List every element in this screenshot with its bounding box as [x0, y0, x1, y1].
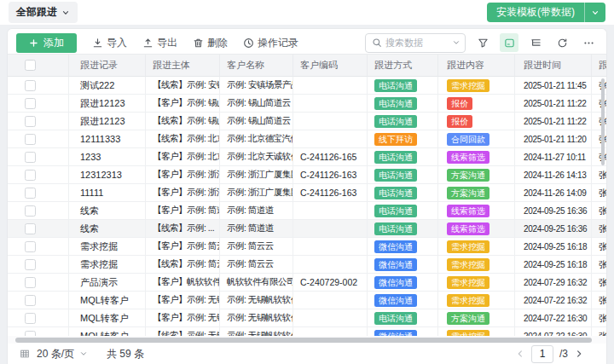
refresh-button[interactable] [553, 33, 571, 52]
pagination-right-group: /3 [515, 345, 584, 363]
row-checkbox[interactable] [25, 134, 36, 145]
column-header-content[interactable]: 跟进内容 [438, 55, 515, 77]
row-checkbox[interactable] [25, 98, 36, 109]
toolbar-left-group: 添加 导入 导出 删除 [16, 33, 298, 53]
code-cell [293, 292, 368, 309]
table-row[interactable]: 线索【线索】示例: ...示例: 简道道电话沟通线索筛选2024-09-25 1… [8, 220, 606, 238]
trash-icon [193, 38, 204, 49]
row-select-cell [8, 238, 69, 256]
import-icon [92, 38, 103, 49]
row-select-cell [8, 95, 69, 113]
subject-cell: 【线索】示例: 简云... [146, 256, 220, 274]
method-cell: 微信沟通 [368, 292, 438, 309]
install-template-button[interactable]: 安装模板(带数据) [487, 3, 605, 22]
grid-icon[interactable] [20, 349, 30, 359]
row-select-cell [8, 309, 69, 327]
status-tag: 电话沟通 [374, 187, 417, 199]
table-row[interactable]: MQL转客户【客户】示例: 无锡...示例: 无锡帆软软件电话沟通方案沟通202… [8, 309, 606, 327]
operation-history-button[interactable]: 操作记录 [243, 36, 298, 50]
vertical-scrollbar[interactable] [601, 78, 605, 165]
search-input[interactable] [385, 38, 449, 48]
page-number-input[interactable] [531, 345, 553, 363]
code-cell [293, 130, 368, 148]
table-row[interactable]: 测试222【线索】示例: 安镇...示例: 安镇场景产品...电话沟通需求挖掘2… [8, 77, 606, 95]
row-checkbox[interactable] [25, 80, 36, 91]
row-checkbox[interactable] [25, 241, 36, 252]
method-cell: 微信沟通 [368, 274, 438, 292]
table-row[interactable]: 11111【客户】示例: 浙江...示例: 浙江广厦集团C-241126-163… [8, 184, 606, 202]
view-selector[interactable]: 全部跟进 [9, 2, 78, 23]
add-button[interactable]: 添加 [16, 33, 77, 53]
column-header-customer[interactable]: 客户名称 [220, 55, 293, 77]
column-header-record[interactable]: 跟进记录 [69, 55, 146, 77]
method-cell: 电话沟通 [368, 184, 438, 202]
more-icon [583, 38, 594, 49]
row-checkbox[interactable] [25, 116, 36, 127]
table-row[interactable]: 12312313【客户】示例: 浙江...示例: 浙江广厦集团C-241126-… [8, 166, 606, 184]
delete-button[interactable]: 删除 [193, 36, 228, 50]
subject-cell: 【线索】示例: 北京... [146, 130, 220, 148]
tree-view-button[interactable] [526, 33, 545, 52]
column-header-code[interactable]: 客户编码 [293, 55, 368, 77]
row-checkbox[interactable] [25, 259, 36, 270]
table-row[interactable]: 需求挖掘【客户】示例: 简云...示例: 简云云微信沟通需求挖掘2024-09-… [8, 238, 606, 256]
column-header-owner[interactable]: 跟进人 [592, 55, 606, 77]
customer-cell: 示例: 简云云 [220, 256, 293, 274]
customer-cell: 示例: 无锡帆软软件 [220, 292, 293, 309]
filter-button[interactable] [473, 33, 492, 52]
table-row[interactable]: 跟进12123【客户】示例: 锡山...示例: 锡山简道云电话沟通报价2025-… [8, 95, 606, 113]
table-row[interactable]: 产品演示【客户】帆软软件有...帆软软件有限公司C-240729-002微信沟通… [8, 274, 606, 292]
table-row[interactable]: 需求挖掘【线索】示例: 简云...示例: 简云云微信沟通需求挖掘2024-09-… [8, 256, 606, 274]
table-row[interactable]: 跟进12123【线索】示例: 锡山...示例: 锡山简道云电话沟通报价2025-… [8, 113, 606, 130]
content-cell: 需求挖掘 [438, 77, 515, 95]
table-row[interactable]: 线索【客户】示例: 简道...示例: 简道道电话沟通线索筛选2024-09-25… [8, 202, 606, 220]
search-field-chevron-icon[interactable] [452, 38, 460, 47]
search-box[interactable] [365, 33, 466, 53]
table-row[interactable]: MQL转客户【线索】示例: 无锡...示例: 无锡帆软软件微信沟通需求挖掘202… [8, 327, 606, 336]
status-tag: 合同回款 [447, 133, 489, 146]
import-button[interactable]: 导入 [92, 36, 127, 50]
prev-page-button[interactable] [515, 349, 525, 359]
status-tag: 微信沟通 [374, 258, 417, 271]
content-cell: 需求挖掘 [438, 274, 515, 292]
table-row[interactable]: 1233【客户】示例: 北京...示例: 北京天诚软件...C-241126-1… [8, 148, 606, 166]
code-cell: C-241126-163 [293, 166, 368, 184]
content-cell: 需求挖掘 [438, 238, 515, 256]
row-checkbox[interactable] [25, 170, 36, 181]
display-settings-button[interactable] [500, 33, 518, 52]
install-template-caret[interactable] [584, 3, 605, 22]
table-body: 测试222【线索】示例: 安镇...示例: 安镇场景产品...电话沟通需求挖掘2… [8, 77, 606, 336]
table-row[interactable]: MQL转客户【客户】示例: 无锡...示例: 无锡帆软软件微信沟通需求挖掘202… [8, 292, 606, 309]
table-row[interactable]: 12111333【线索】示例: 北京...示例: 北京德宝汽修线下拜访合同回款2… [8, 130, 606, 148]
row-checkbox[interactable] [25, 331, 36, 337]
row-checkbox[interactable] [25, 277, 36, 288]
next-page-button[interactable] [574, 349, 584, 359]
row-checkbox[interactable] [25, 295, 36, 306]
owner-cell: 张三 [592, 220, 606, 238]
export-button[interactable]: 导出 [142, 36, 177, 50]
row-checkbox[interactable] [25, 188, 36, 199]
content-cell: 合同回款 [438, 130, 515, 148]
more-button[interactable] [579, 33, 598, 52]
row-checkbox[interactable] [25, 205, 36, 217]
row-select-cell [8, 184, 69, 202]
row-select-cell [8, 202, 69, 220]
row-checkbox[interactable] [25, 313, 36, 324]
select-all-checkbox[interactable] [25, 60, 36, 71]
status-tag: 线索筛选 [447, 222, 489, 235]
column-header-time[interactable]: 跟进时间 [515, 55, 592, 77]
customer-cell: 示例: 无锡帆软软件 [220, 327, 293, 336]
time-cell: 2024-09-25 16:18 [515, 256, 592, 274]
page-size-selector[interactable]: 20 条/页 [37, 347, 88, 361]
column-header-method[interactable]: 跟进方式 [368, 55, 438, 77]
column-header-subject[interactable]: 跟进主体 [146, 55, 220, 77]
subject-cell: 【客户】示例: 浙江... [146, 166, 220, 184]
customer-cell: 示例: 锡山简道云 [220, 113, 293, 130]
horizontal-scrollbar[interactable] [15, 338, 592, 343]
time-cell: 2024-07-22 16:30 [515, 309, 592, 327]
status-tag: 微信沟通 [374, 276, 417, 289]
row-checkbox[interactable] [25, 223, 36, 234]
code-cell [293, 77, 368, 95]
code-cell: C-241126-165 [293, 148, 368, 166]
row-checkbox[interactable] [25, 152, 36, 163]
